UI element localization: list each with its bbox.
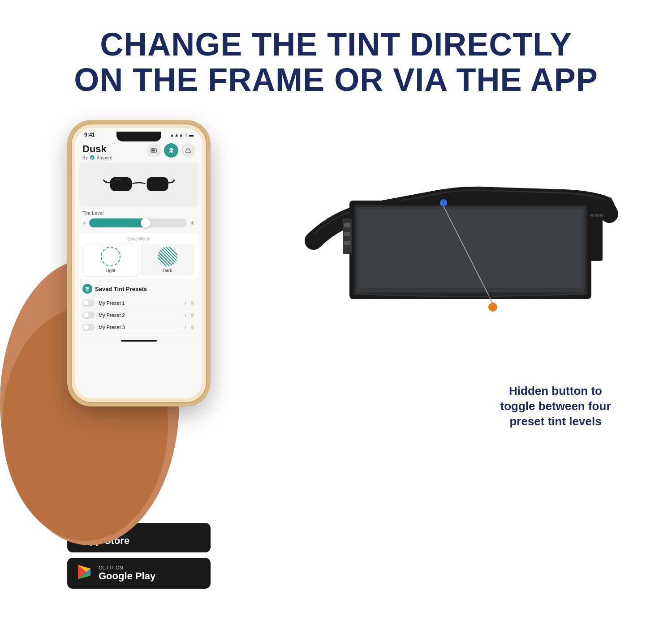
home-bar: [121, 340, 157, 342]
home-indicator: [75, 336, 202, 345]
by-label: By: [82, 155, 88, 160]
status-icons: ▲▲▲ ⌇ ▬: [170, 133, 194, 137]
battery-icon: [151, 147, 158, 154]
left-side: 9:41 ▲▲▲ ⌇ ▬ Dusk: [27, 124, 251, 588]
drive-light-label: Light: [106, 268, 116, 273]
phone-notch: [116, 132, 161, 141]
glasses-svg: [103, 169, 175, 200]
svg-rect-32: [344, 241, 350, 245]
svg-point-21: [86, 290, 88, 291]
drive-options: Light Dark: [83, 244, 194, 276]
svg-point-13: [189, 152, 190, 153]
drive-dark-option[interactable]: Dark: [140, 244, 194, 276]
preset3-toggle[interactable]: [82, 324, 95, 331]
android-store-text: GET IT ON Google Play: [99, 565, 155, 582]
light-circle: [101, 247, 121, 266]
app-name: Dusk: [82, 143, 112, 155]
preset2-toggle[interactable]: [82, 312, 95, 319]
preset3-chevron[interactable]: ›: [185, 324, 186, 330]
tint-slider-row: ☀ ☀: [82, 218, 195, 227]
drive-section: Drive Mode Light Dark: [79, 233, 199, 279]
header: CHANGE THE TINT DIRECTLY ON THE FRAME OR…: [0, 0, 672, 115]
tint-thumb[interactable]: [141, 218, 151, 228]
car-button[interactable]: [181, 143, 195, 158]
android-main-label: Google Play: [99, 571, 155, 582]
phone-frame: 9:41 ▲▲▲ ⌇ ▬ Dusk: [72, 124, 206, 402]
preset1-name: My Preset 1: [99, 300, 181, 306]
glasses-display: [79, 162, 199, 207]
annotation-text: Hidden button to toggle between four pre…: [493, 384, 618, 429]
svg-point-20: [87, 288, 89, 290]
phone-wrapper: 9:41 ▲▲▲ ⌇ ▬ Dusk: [45, 124, 233, 509]
svg-point-19: [86, 287, 87, 288]
svg-point-37: [440, 199, 447, 206]
phone-screen: 9:41 ▲▲▲ ⌇ ▬ Dusk: [75, 128, 202, 398]
battery-button[interactable]: [147, 143, 161, 158]
svg-rect-33: [589, 203, 603, 261]
android-top-label: GET IT ON: [99, 565, 155, 571]
play-store-logo: [76, 564, 92, 580]
preset3-name: My Preset 3: [99, 325, 181, 330]
bluetooth-icon: [168, 147, 175, 154]
sun-small-icon: ☀: [82, 221, 86, 226]
preset2-delete[interactable]: 🗑: [190, 312, 195, 318]
annotation-container: Hidden button to toggle between four pre…: [493, 384, 618, 429]
svg-rect-34: [590, 214, 594, 217]
drive-label: Drive Mode: [83, 236, 194, 241]
bluetooth-button[interactable]: [164, 143, 178, 158]
svg-rect-11: [152, 150, 155, 152]
glasses-hardware-svg: [305, 169, 618, 357]
drive-dark-label: Dark: [163, 268, 172, 273]
svg-rect-40: [358, 210, 582, 288]
svg-rect-15: [147, 177, 168, 191]
headline: CHANGE THE TINT DIRECTLY ON THE FRAME OR…: [45, 27, 627, 98]
svg-rect-10: [156, 150, 157, 151]
preset-row-2: My Preset 2 › 🗑: [82, 309, 195, 321]
svg-rect-30: [344, 223, 350, 227]
glasses-hardware: Hidden button to toggle between four pre…: [305, 169, 618, 438]
status-time: 9:41: [84, 132, 95, 138]
preset1-chevron[interactable]: ›: [185, 300, 186, 306]
preset-row-3: My Preset 3 › 🗑: [82, 321, 195, 334]
presets-icon: [82, 284, 92, 294]
svg-rect-35: [595, 214, 599, 217]
app-header: Dusk By A Ampere: [75, 140, 202, 162]
signal-icon: ▲▲▲: [170, 133, 183, 137]
svg-point-39: [488, 303, 497, 312]
app-icons: [147, 143, 195, 158]
car-icon: [185, 147, 192, 154]
preset-row-1: My Preset 1 › 🗑: [82, 297, 195, 309]
right-side: Hidden button to toggle between four pre…: [278, 124, 645, 483]
tint-section: Tint Level ☀ ☀: [75, 207, 202, 231]
app-subtitle: By A Ampere: [82, 155, 112, 160]
tint-track[interactable]: [89, 218, 187, 227]
preset1-delete[interactable]: 🗑: [190, 300, 195, 306]
preset2-chevron[interactable]: ›: [185, 312, 186, 318]
battery-icon: ▬: [189, 133, 194, 137]
dark-circle: [158, 247, 177, 266]
google-play-icon: [76, 564, 92, 582]
presets-section: Saved Tint Presets My Preset 1 › 🗑: [75, 281, 202, 336]
svg-rect-31: [344, 232, 350, 236]
wifi-icon: ⌇: [185, 133, 187, 137]
preset2-name: My Preset 2: [99, 312, 181, 318]
sun-large-icon: ☀: [190, 219, 195, 227]
svg-point-12: [187, 152, 188, 153]
presets-header: Saved Tint Presets: [82, 284, 195, 294]
ampere-logo: A: [90, 155, 95, 160]
google-play-button[interactable]: GET IT ON Google Play: [67, 558, 211, 589]
preset1-toggle[interactable]: [82, 299, 95, 307]
svg-text:A: A: [91, 156, 93, 159]
drive-light-option[interactable]: Light: [83, 244, 138, 276]
preset3-delete[interactable]: 🗑: [190, 324, 195, 330]
app-title-block: Dusk By A Ampere: [82, 143, 112, 160]
sliders-icon: [85, 286, 90, 291]
svg-rect-14: [110, 177, 132, 191]
page-container: CHANGE THE TINT DIRECTLY ON THE FRAME OR…: [0, 0, 672, 633]
presets-title: Saved Tint Presets: [95, 286, 147, 292]
tint-label: Tint Level: [82, 210, 195, 216]
svg-rect-36: [599, 214, 603, 217]
brand-name: Ampere: [97, 155, 112, 160]
main-content: 9:41 ▲▲▲ ⌇ ▬ Dusk: [0, 115, 672, 597]
